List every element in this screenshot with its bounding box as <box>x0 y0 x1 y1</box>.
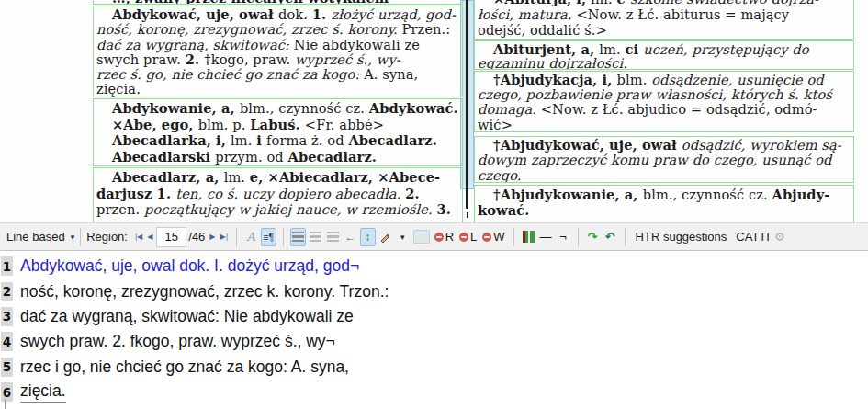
text-region-box[interactable]: Abiturjent, a, lm. ci uczeń, przystępują… <box>474 40 854 70</box>
scan-text-line[interactable]: †Abjudykować, uje, ował odsądzić, wyroki… <box>478 138 851 153</box>
htr-suggestions-button[interactable]: HTR suggestions <box>636 230 727 244</box>
text-region-box[interactable]: ×Abiturja, i, lm. e szkolne świadectwo d… <box>474 0 854 40</box>
toolbar-separator <box>80 228 81 246</box>
drawing-tool-dropdown[interactable]: ▾ <box>395 228 411 246</box>
scan-text-line[interactable]: ×Abe, ego, blm. p. Labuś. <Fr. abbé> <box>96 117 459 133</box>
scan-text-segment: początkujący w jakiej nauce, w rzemiośle… <box>144 201 436 217</box>
line-number-badge[interactable]: 1 <box>1 256 13 276</box>
toolbar-separator <box>283 228 284 246</box>
text-region-box[interactable]: Abdykowanie, a, blm., czynność cz. Abdyk… <box>93 98 463 166</box>
scan-text-segment: Abjudy- <box>772 187 830 202</box>
line-text[interactable]: dać za wygraną, skwitować: Nie abdykowal… <box>20 307 354 326</box>
line-text[interactable]: Abdykować, uje, owal dok. I. dożyć urząd… <box>20 256 359 276</box>
scan-text-segment: Abecadlarz. <box>348 132 437 148</box>
scan-text-line[interactable]: domaga. <Now. z Łć. abjudico = odsądzić,… <box>478 102 851 117</box>
scan-text-line[interactable]: swych praw. 2. †kogo, praw. wyprzeć ś., … <box>96 52 459 67</box>
scan-text-line[interactable]: kować. <box>478 202 851 218</box>
show-lines-overlay-button[interactable] <box>290 228 306 246</box>
scan-text-line[interactable]: †Abjudykowanie, a, blm., czynność cz. Ab… <box>478 187 851 202</box>
red-minus-circle-icon <box>434 233 444 242</box>
next-region-button[interactable]: ▶ <box>207 233 217 241</box>
insert-dash-button[interactable]: — <box>538 228 554 246</box>
region-number-input[interactable] <box>156 227 186 247</box>
transcription-line-row[interactable]: 6zięcia. <box>0 380 868 404</box>
scan-text-line[interactable]: zięcia. <box>96 82 459 97</box>
line-text[interactable]: ność, koronę, zrezygnować, zrzec k. koro… <box>20 282 389 301</box>
scan-text-line[interactable]: †Abjudykacja, i, blm. odsądzenie, usunię… <box>478 73 851 87</box>
scan-text-line[interactable]: przen. początkujący w jakiej nauce, w rz… <box>96 201 459 218</box>
text-region-box[interactable]: †Abjudykacja, i, blm. odsądzenie, usunię… <box>474 71 854 132</box>
text-region-box[interactable]: †Abjudykowanie, a, blm., czynność cz. Ab… <box>474 185 854 222</box>
scan-text-segment: e <box>617 0 631 6</box>
editor-toolbar: Line based ▾ Region: ∣◀ ◀ /46 ▶ ▶∣ A ≡¶ … <box>0 222 868 251</box>
line-text[interactable]: zięcia. <box>20 381 66 403</box>
scan-text-line[interactable]: Abecadlarz, a, lm. e, ×Abiecadlarz, ×Abe… <box>96 169 459 186</box>
gear-icon[interactable]: ⚙ <box>774 230 785 244</box>
line-number-badge[interactable]: 6 <box>1 382 13 402</box>
line-number-badge[interactable]: 2 <box>1 282 13 301</box>
transcription-line-row[interactable]: 1Abdykować, uje, owal dok. I. dożyć urzą… <box>0 254 868 278</box>
scan-text-line[interactable]: dać za wygraną, skwitować: Nie abdykowal… <box>96 38 459 52</box>
show-baselines-button[interactable] <box>308 228 323 246</box>
transcription-line-row[interactable]: 4swych praw. 2. fkogo, praw. wyprzeć ś.,… <box>0 329 868 354</box>
first-region-button[interactable]: ∣◀ <box>131 233 144 241</box>
catti-button[interactable]: CATTI <box>736 230 770 244</box>
scan-text-line[interactable]: darjusz 1. ten, co ś. uczy dopiero abeca… <box>96 186 459 202</box>
scan-text-line[interactable]: czego, pozbawienie praw własności, który… <box>478 87 851 102</box>
scan-text-segment: lm. <box>591 0 616 6</box>
scan-text-line[interactable]: Abdykowanie, a, blm., czynność cz. Abdyk… <box>96 100 459 117</box>
scan-text-line[interactable]: …, zwany przez niecałych wotykałem <box>96 0 459 5</box>
delete-line-button[interactable]: L <box>459 230 477 244</box>
scan-text-line[interactable]: Abiturjent, a, lm. ci uczeń, przystępują… <box>478 42 851 56</box>
collapse-button[interactable]: ← <box>343 228 358 246</box>
text-region-box[interactable]: …, zwany przez niecałych wotykałem <box>93 0 463 5</box>
redo-button[interactable]: ↷ <box>585 228 601 246</box>
scan-text-line[interactable]: ×Abiturja, i, lm. e szkolne świadectwo d… <box>478 0 851 6</box>
scan-text-segment: <Fr. abbé> <box>305 117 384 132</box>
text-region-box[interactable]: Abecadlarz, a, lm. e, ×Abiecadlarz, ×Abe… <box>93 167 463 222</box>
green-left-arrow-icon: ← <box>344 231 355 244</box>
column-divider-line-fragment <box>467 212 468 218</box>
line-text[interactable]: swych praw. 2. fkogo, praw. wyprzeć ś., … <box>20 332 335 351</box>
delete-word-button[interactable]: W <box>482 230 504 244</box>
paragraph-mark-icon: ≡¶ <box>263 232 274 243</box>
show-words-button[interactable] <box>325 228 341 246</box>
scan-text-line[interactable]: odejść, oddalić ś.> <box>478 22 851 38</box>
undo-button[interactable]: ↶ <box>603 228 618 246</box>
transcription-line-row[interactable]: 2ność, koronę, zrezygnować, zrzec k. kor… <box>0 278 868 303</box>
redo-arrow-icon: ↷ <box>588 230 598 244</box>
scan-text-line[interactable]: Abecadlarka, i, lm. i forma ż. od Abecad… <box>96 132 459 149</box>
line-number-badge[interactable]: 4 <box>1 332 13 351</box>
scan-text-line[interactable]: czego. <box>478 168 851 183</box>
transcription-line-row[interactable]: 3dać za wygraną, skwitować: Nie abdykowa… <box>0 304 868 329</box>
text-region-box[interactable]: †Abjudykować, uje, ował odsądzić, wyroki… <box>474 136 854 183</box>
scan-area[interactable]: …, zwany przez niecałych wotykałemAbdyko… <box>0 0 868 222</box>
scan-text-line[interactable]: ność, koronę, zrezygnować, zrzec ś. koro… <box>96 22 459 37</box>
last-region-button[interactable]: ▶∣ <box>218 233 231 241</box>
drawing-tool-button[interactable] <box>378 228 393 246</box>
scan-text-line[interactable]: rzec ś. go, nie chcieć go znać za kogo: … <box>96 67 459 82</box>
expand-vertical-button[interactable]: ↕ <box>360 228 376 246</box>
scan-text-line[interactable]: Abdykować, uje, ował dok. 1. złożyć urzą… <box>96 7 459 22</box>
segmentation-mode-dropdown[interactable]: Line based ▾ <box>6 230 74 244</box>
transcription-line-row[interactable]: 5rzec i go, nie chcieć go znać za kogo: … <box>0 355 868 380</box>
text-region-box[interactable]: Abdykować, uje, ował dok. 1. złożyć urzą… <box>93 6 463 97</box>
image-options-button[interactable] <box>412 228 431 246</box>
scan-text-segment: blm., czynność cz. <box>240 100 369 116</box>
region-total-label: /46 <box>188 230 205 244</box>
italic-text-button[interactable]: A <box>243 228 259 246</box>
merge-shapes-button[interactable] <box>521 228 536 246</box>
delete-region-button[interactable]: R <box>434 230 454 244</box>
scan-text-line[interactable]: dowym zaprzeczyć komu praw do czego, usu… <box>478 153 851 167</box>
show-paragraph-marks-button[interactable]: ≡¶ <box>261 228 276 246</box>
line-text[interactable]: rzec i go, nie chcieć go znać za kogo: A… <box>20 358 349 377</box>
scan-text-line[interactable]: Abecadlarski przym. od Abecadlarz. <box>96 149 459 165</box>
scan-text-line[interactable]: egzaminu dojrzałości. <box>478 56 851 70</box>
line-number-badge[interactable]: 5 <box>1 358 13 377</box>
insert-softbreak-button[interactable]: ¬ <box>556 228 571 246</box>
previous-region-button[interactable]: ◀ <box>144 233 154 241</box>
line-number-badge[interactable]: 3 <box>1 307 13 326</box>
scan-text-line[interactable]: łości, matura. <Now. z Łć. abiturus = ma… <box>478 6 851 22</box>
scan-text-line[interactable]: wić> <box>478 118 851 132</box>
transcription-editor[interactable]: 1Abdykować, uje, owal dok. I. dożyć urzą… <box>0 251 868 409</box>
